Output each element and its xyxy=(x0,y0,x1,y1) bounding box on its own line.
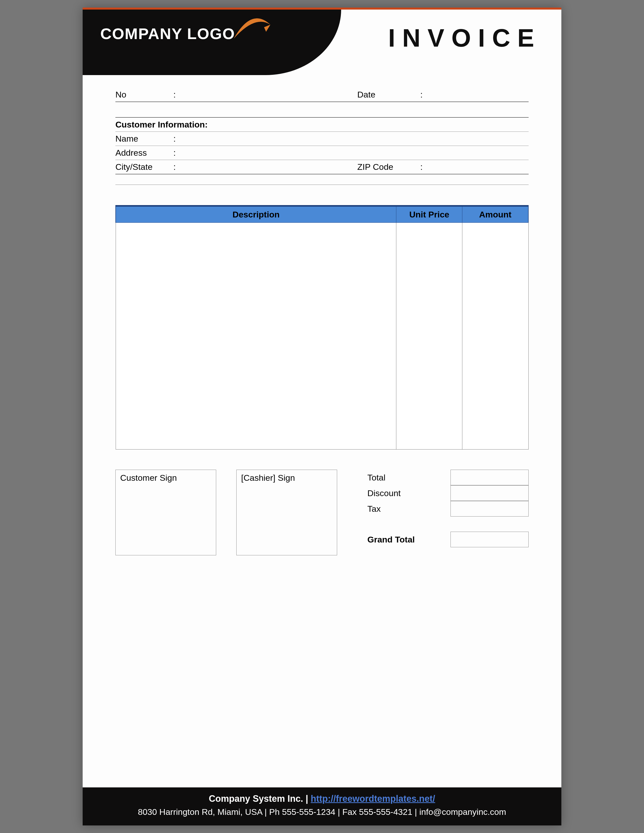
totals-spacer xyxy=(357,516,528,532)
address-row: Address : xyxy=(116,146,528,160)
name-value xyxy=(181,134,528,144)
no-label: No xyxy=(116,90,173,100)
footer-line2: 8030 Harrington Rd, Miami, USA | Ph 555-… xyxy=(88,806,556,819)
content: No : Date : Customer Information: Name :… xyxy=(83,75,561,787)
header: COMPANY LOGO INVOICE xyxy=(83,10,561,75)
city-row: City/State : ZIP Code : xyxy=(116,160,528,174)
items-table: Description Unit Price Amount xyxy=(116,205,528,450)
grand-total-label: Grand Total xyxy=(357,535,451,545)
colon: : xyxy=(173,134,181,144)
col-amount: Amount xyxy=(463,206,528,223)
total-value xyxy=(451,470,528,485)
discount-label: Discount xyxy=(357,488,451,498)
divider xyxy=(116,185,528,185)
total-row: Total xyxy=(357,470,528,485)
col-unit-price: Unit Price xyxy=(396,206,463,223)
totals: Total Discount Tax Grand Total xyxy=(357,470,528,555)
company-logo: COMPANY LOGO xyxy=(100,20,278,47)
invoice-page: COMPANY LOGO INVOICE No : Date : Custome… xyxy=(83,8,561,825)
date-value xyxy=(428,90,528,100)
name-row: Name : xyxy=(116,132,528,146)
colon: : xyxy=(420,90,428,100)
discount-value xyxy=(451,485,528,501)
customer-sign-label: Customer Sign xyxy=(120,473,177,482)
table-header-row: Description Unit Price Amount xyxy=(116,206,528,223)
colon: : xyxy=(173,90,181,100)
city-value xyxy=(181,162,357,172)
name-label: Name xyxy=(116,134,173,144)
zip-label: ZIP Code xyxy=(357,162,420,172)
colon: : xyxy=(173,148,181,158)
zip-value xyxy=(428,162,528,172)
date-label: Date xyxy=(357,90,420,100)
customer-sign-box: Customer Sign xyxy=(116,470,216,555)
footer-url: http://freewordtemplates.net/ xyxy=(311,793,435,804)
tax-row: Tax xyxy=(357,501,528,516)
tax-label: Tax xyxy=(357,504,451,514)
discount-row: Discount xyxy=(357,485,528,501)
total-label: Total xyxy=(357,473,451,482)
bottom-section: Customer Sign [Cashier] Sign Total Disco… xyxy=(116,470,528,555)
cell-unit-price xyxy=(396,223,463,450)
footer-line1: Company System Inc. | http://freewordtem… xyxy=(88,792,556,806)
colon: : xyxy=(173,162,181,172)
table-row xyxy=(116,223,528,450)
cashier-sign-box: [Cashier] Sign xyxy=(236,470,337,555)
cashier-sign-label: [Cashier] Sign xyxy=(241,473,295,482)
col-description: Description xyxy=(116,206,396,223)
meta-row: No : Date : xyxy=(116,88,528,102)
no-value xyxy=(181,90,357,100)
tax-value xyxy=(451,501,528,516)
grand-total-value xyxy=(451,532,528,547)
logo-text: COMPANY LOGO xyxy=(100,25,235,43)
address-value xyxy=(181,148,528,158)
invoice-title: INVOICE xyxy=(388,23,541,52)
footer: Company System Inc. | http://freewordtem… xyxy=(83,787,561,825)
customer-section-title: Customer Information: xyxy=(116,117,528,132)
colon: : xyxy=(420,162,428,172)
footer-company: Company System Inc. xyxy=(209,793,303,804)
swoosh-icon xyxy=(231,14,271,42)
address-label: Address xyxy=(116,148,173,158)
cell-amount xyxy=(463,223,528,450)
grand-total-row: Grand Total xyxy=(357,532,528,547)
city-label: City/State xyxy=(116,162,173,172)
footer-sep: | xyxy=(303,793,311,804)
cell-description xyxy=(116,223,396,450)
